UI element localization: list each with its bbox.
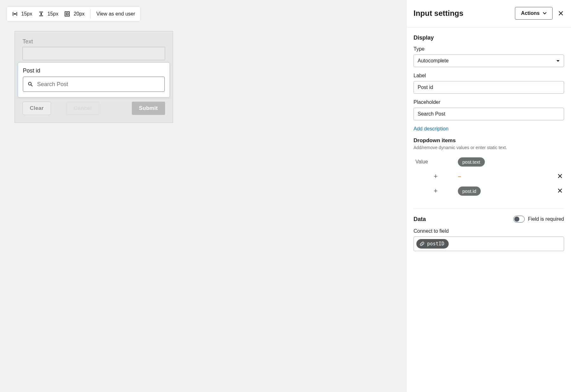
- search-icon: [28, 81, 33, 87]
- dropdown-items-subtitle: Add/remove dynamic values or enter stati…: [414, 145, 564, 150]
- horizontal-spacing-setting[interactable]: 15px: [12, 11, 32, 17]
- view-as-user-button[interactable]: View as end user: [96, 11, 135, 17]
- label-input[interactable]: [414, 81, 564, 94]
- data-section-title: Data: [414, 216, 426, 223]
- type-label: Type: [414, 46, 564, 52]
- placeholder-label: Placeholder: [414, 99, 564, 105]
- label-label: Label: [414, 73, 564, 79]
- form-preview-card: Text Post id Clear Cancel Submit: [15, 31, 173, 123]
- form-button-row: Clear Cancel Submit: [22, 102, 165, 115]
- actions-button-label: Actions: [521, 10, 540, 16]
- placeholder-field: Placeholder: [414, 99, 564, 120]
- autocomplete-field-selected[interactable]: Post id: [18, 63, 170, 97]
- clear-button[interactable]: Clear: [22, 102, 51, 115]
- padding-icon: [64, 11, 70, 17]
- vertical-spacing-icon: [38, 11, 44, 17]
- cancel-button[interactable]: Cancel: [66, 102, 99, 115]
- type-select[interactable]: [414, 54, 564, 67]
- value-column-header: Value: [414, 159, 458, 165]
- panel-title: Input settings: [414, 9, 510, 18]
- connect-input[interactable]: postID: [414, 237, 564, 251]
- label-field: Label: [414, 73, 564, 94]
- panel-body: Display Type Label Placeholder Add descr…: [407, 28, 571, 264]
- required-toggle[interactable]: [513, 216, 525, 223]
- svg-point-2: [29, 82, 31, 85]
- placeholder-input[interactable]: [414, 108, 564, 120]
- add-dropdown-item-button-2[interactable]: +: [414, 187, 458, 195]
- autocomplete-input[interactable]: [37, 81, 160, 88]
- dropdown-header-row: Value post.text: [414, 155, 564, 169]
- text-field-input[interactable]: [22, 47, 165, 60]
- link-icon: [420, 241, 425, 246]
- type-field: Type: [414, 46, 564, 67]
- dropdown-token-1[interactable]: post.text: [458, 157, 485, 167]
- padding-value: 20px: [74, 11, 85, 17]
- dropdown-token-2[interactable]: post.id: [458, 187, 481, 196]
- actions-button[interactable]: Actions: [515, 7, 553, 20]
- toolbar-separator: [90, 9, 91, 18]
- dropdown-row-separator: + – ✕: [414, 169, 564, 184]
- right-side-panel: Input settings Actions Display Type Labe…: [406, 0, 571, 392]
- autocomplete-input-wrapper[interactable]: [23, 77, 165, 92]
- display-section-title: Display: [414, 35, 564, 41]
- autocomplete-label: Post id: [23, 67, 165, 74]
- horizontal-spacing-icon: [12, 11, 18, 17]
- svg-rect-1: [66, 13, 68, 15]
- remove-row-button-1[interactable]: ✕: [556, 172, 564, 180]
- horizontal-spacing-value: 15px: [21, 11, 32, 17]
- canvas-toolbar: 15px 15px 20px View as end user: [6, 6, 141, 22]
- connect-token[interactable]: postID: [416, 239, 449, 249]
- vertical-spacing-value: 15px: [48, 11, 59, 17]
- text-field-label: Text: [22, 38, 165, 45]
- svg-rect-0: [65, 12, 69, 16]
- required-toggle-label: Field is required: [528, 216, 564, 222]
- submit-button[interactable]: Submit: [132, 102, 165, 115]
- dropdown-items-title: Dropdown items: [414, 137, 564, 144]
- add-dropdown-item-button-1[interactable]: +: [414, 172, 458, 180]
- connect-label: Connect to field: [414, 228, 564, 234]
- vertical-spacing-setting[interactable]: 15px: [38, 11, 59, 17]
- data-section-header: Data Field is required: [414, 208, 564, 223]
- connect-token-label: postID: [427, 241, 444, 247]
- connect-field: Connect to field postID: [414, 228, 564, 251]
- add-description-link[interactable]: Add description: [414, 126, 448, 132]
- dropdown-row-2: + post.id ✕: [414, 184, 564, 198]
- caret-down-icon: [543, 12, 547, 15]
- close-icon[interactable]: [558, 10, 564, 16]
- required-toggle-wrap: Field is required: [513, 216, 564, 223]
- separator-icon: –: [458, 173, 461, 180]
- dropdown-items-section: Dropdown items Add/remove dynamic values…: [414, 137, 564, 198]
- panel-header: Input settings Actions: [407, 0, 571, 28]
- remove-row-button-2[interactable]: ✕: [556, 187, 564, 195]
- canvas-area: 15px 15px 20px View as end user Text: [0, 0, 406, 392]
- padding-setting[interactable]: 20px: [64, 11, 85, 17]
